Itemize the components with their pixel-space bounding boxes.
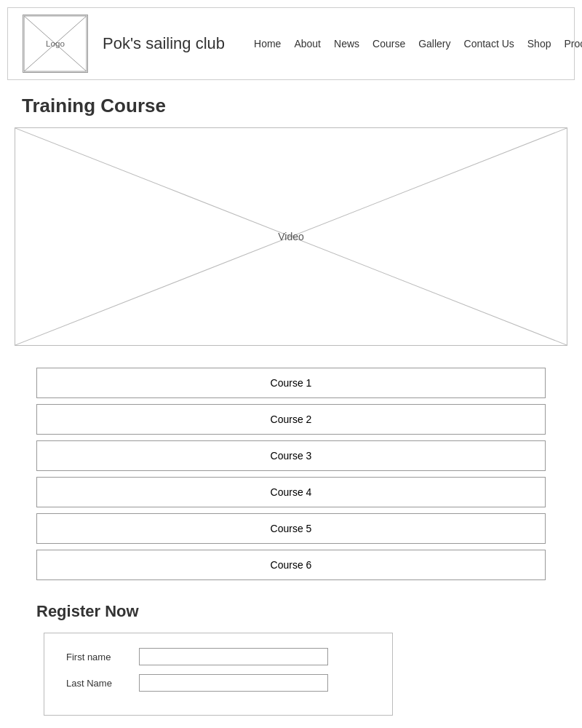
first-name-label: First name (66, 652, 139, 662)
last-name-label: Last Name (66, 678, 139, 689)
header: Logo Pok's sailing club Home About News … (7, 7, 575, 80)
logo: Logo (23, 15, 88, 73)
course-5-button[interactable]: Course 5 (36, 513, 546, 544)
main-content: Training Course Video Course 1 Course 2 … (0, 87, 582, 723)
nav-about[interactable]: About (294, 38, 321, 50)
first-name-input[interactable] (139, 648, 328, 665)
register-title: Register Now (36, 602, 553, 621)
nav-gallery[interactable]: Gallery (418, 38, 450, 50)
nav-shop[interactable]: Shop (527, 38, 551, 50)
course-1-button[interactable]: Course 1 (36, 368, 546, 398)
nav-process[interactable]: Process (564, 38, 582, 50)
svg-text:Logo: Logo (46, 39, 65, 48)
course-2-button[interactable]: Course 2 (36, 404, 546, 435)
course-6-button[interactable]: Course 6 (36, 550, 546, 580)
video-label: Video (278, 231, 304, 242)
nav-course[interactable]: Course (372, 38, 405, 50)
register-form: First name Last Name (44, 633, 393, 716)
course-3-button[interactable]: Course 3 (36, 440, 546, 471)
nav-news[interactable]: News (334, 38, 359, 50)
nav-home[interactable]: Home (254, 38, 281, 50)
site-title: Pok's sailing club (103, 34, 225, 53)
page-title: Training Course (22, 95, 567, 117)
course-list: Course 1 Course 2 Course 3 Course 4 Cour… (15, 368, 567, 580)
last-name-input[interactable] (139, 674, 328, 692)
last-name-row: Last Name (66, 674, 370, 692)
navigation: Home About News Course Gallery Contact U… (254, 38, 582, 50)
first-name-row: First name (66, 648, 370, 665)
nav-contact-us[interactable]: Contact Us (464, 38, 514, 50)
register-section: Register Now First name Last Name (15, 602, 567, 716)
video-placeholder[interactable]: Video (15, 127, 567, 346)
course-4-button[interactable]: Course 4 (36, 477, 546, 507)
